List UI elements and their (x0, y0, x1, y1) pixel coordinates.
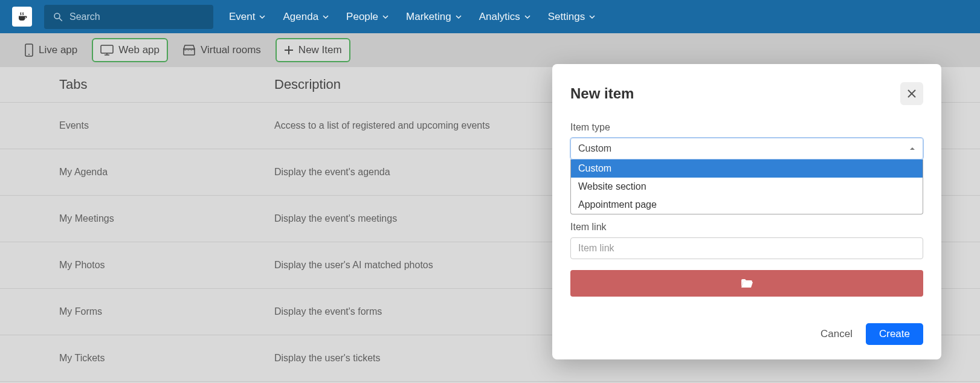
new-item-modal: New item Item type Custom Custom Website… (552, 64, 941, 359)
dropdown-option-appointment-page[interactable]: Appointment page (571, 196, 923, 214)
item-link-input[interactable] (570, 237, 923, 259)
coffee-icon (17, 11, 28, 22)
nav-event[interactable]: Event (229, 11, 266, 23)
item-type-dropdown: Custom Website section Appointment page (570, 159, 923, 214)
nav-label: Analytics (479, 11, 520, 23)
select-value: Custom (578, 143, 611, 154)
triangle-up-icon (909, 146, 915, 152)
create-button[interactable]: Create (866, 323, 923, 345)
chevron-down-icon (588, 13, 596, 21)
chevron-down-icon (524, 13, 531, 21)
nav-label: Agenda (283, 11, 318, 23)
item-link-label: Item link (570, 222, 923, 233)
cancel-button[interactable]: Cancel (818, 323, 855, 345)
nav-analytics[interactable]: Analytics (479, 11, 531, 23)
nav-label: Settings (548, 11, 585, 23)
chevron-down-icon (455, 13, 462, 21)
modal-footer: Cancel Create (570, 323, 923, 345)
chevron-down-icon (259, 13, 266, 21)
folder-open-icon (741, 278, 753, 288)
item-type-label: Item type (570, 122, 923, 133)
search-input[interactable] (69, 11, 205, 22)
item-type-select[interactable]: Custom (570, 138, 923, 159)
svg-point-0 (54, 13, 60, 19)
browse-button[interactable] (570, 270, 923, 297)
top-navbar: Event Agenda People Marketing Analytics … (0, 0, 980, 33)
dropdown-option-custom[interactable]: Custom (571, 159, 923, 178)
dropdown-option-website-section[interactable]: Website section (571, 178, 923, 196)
nav-people[interactable]: People (346, 11, 389, 23)
modal-title: New item (570, 85, 634, 102)
nav-settings[interactable]: Settings (548, 11, 596, 23)
close-icon (906, 88, 917, 99)
search-icon (53, 11, 63, 22)
nav-label: People (346, 11, 378, 23)
global-search[interactable] (44, 5, 213, 29)
chevron-down-icon (382, 13, 389, 21)
modal-header: New item (570, 82, 923, 105)
nav-marketing[interactable]: Marketing (406, 11, 462, 23)
close-button[interactable] (900, 82, 923, 105)
svg-line-1 (59, 18, 62, 21)
chevron-down-icon (322, 13, 329, 21)
app-logo[interactable] (12, 7, 32, 27)
main-nav: Event Agenda People Marketing Analytics … (229, 11, 596, 23)
nav-label: Marketing (406, 11, 451, 23)
nav-agenda[interactable]: Agenda (283, 11, 329, 23)
nav-label: Event (229, 11, 255, 23)
